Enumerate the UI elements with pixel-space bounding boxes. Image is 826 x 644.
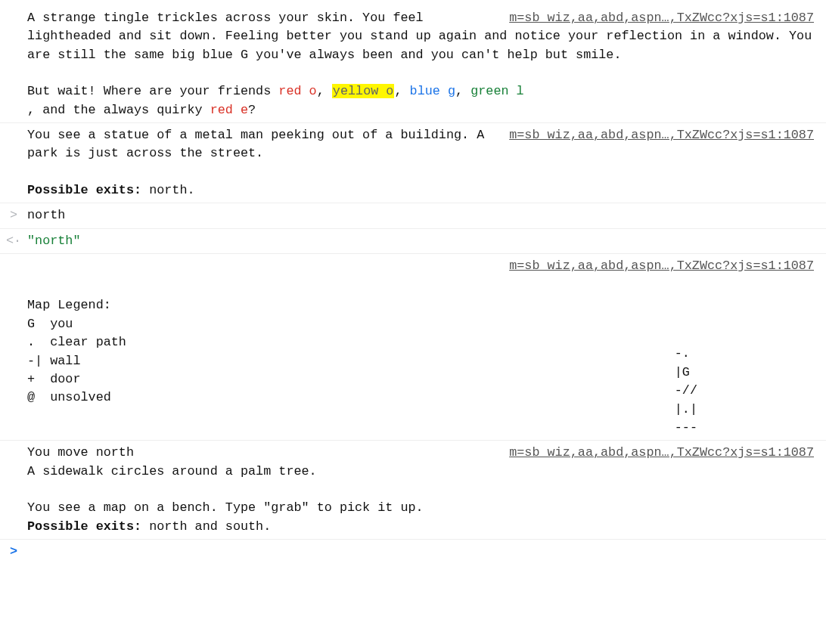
story-text: You move north bbox=[27, 445, 134, 460]
debug-link[interactable]: m=sb_wiz,aa,abd,aspn…,TxZWcc?xjs=s1:1087 bbox=[509, 126, 814, 144]
ascii-map: -. |G -// |.| --- bbox=[675, 345, 697, 437]
legend-symbol: G bbox=[27, 317, 50, 331]
legend-title: Map Legend: bbox=[27, 296, 126, 314]
legend-symbol: -| bbox=[27, 354, 50, 368]
story-text: You see a statue of a metal man bbox=[27, 128, 263, 142]
story-text: But wait! Where are your friends bbox=[27, 84, 278, 98]
story-text: A sidewalk circles around a palm tree. bbox=[27, 464, 317, 478]
prompt-icon: > bbox=[6, 543, 21, 561]
exits-label: Possible exits: bbox=[27, 519, 141, 534]
legend-row: + door bbox=[27, 370, 126, 389]
command-input-line[interactable]: > north bbox=[0, 203, 826, 228]
entered-command: north bbox=[27, 208, 65, 222]
friend-letter: green l bbox=[470, 84, 524, 98]
story-text: , and the always quirky bbox=[27, 103, 210, 117]
legend-desc: wall bbox=[50, 354, 80, 368]
map-block: m=sb_wiz,aa,abd,aspn…,TxZWcc?xjs=s1:1087… bbox=[0, 253, 826, 440]
echo-text: "north" bbox=[27, 234, 81, 248]
map-legend: Map Legend: G you. clear path-| wall+ do… bbox=[27, 296, 126, 407]
legend-desc: clear path bbox=[50, 335, 126, 349]
debug-link[interactable]: m=sb_wiz,aa,abd,aspn…,TxZWcc?xjs=s1:1087 bbox=[509, 9, 814, 27]
friend-letter: red e bbox=[210, 103, 248, 117]
echo-icon: <· bbox=[6, 232, 21, 250]
active-prompt[interactable]: > bbox=[0, 539, 826, 546]
legend-desc: unsolved bbox=[50, 390, 111, 404]
game-terminal: m=sb_wiz,aa,abd,aspn…,TxZWcc?xjs=s1:1087… bbox=[0, 0, 826, 561]
legend-desc: door bbox=[50, 372, 80, 386]
story-block-move-north: m=sb_wiz,aa,abd,aspn…,TxZWcc?xjs=s1:1087… bbox=[0, 440, 826, 539]
debug-link[interactable]: m=sb_wiz,aa,abd,aspn…,TxZWcc?xjs=s1:1087 bbox=[509, 257, 814, 275]
debug-link[interactable]: m=sb_wiz,aa,abd,aspn…,TxZWcc?xjs=s1:1087 bbox=[509, 444, 814, 462]
command-echo-line: <· "north" bbox=[0, 228, 826, 253]
legend-symbol: + bbox=[27, 372, 50, 386]
story-text: You see a map on a bench. Type "grab" to… bbox=[27, 500, 424, 515]
legend-symbol: @ bbox=[27, 390, 50, 404]
story-block-statue: m=sb_wiz,aa,abd,aspn…,TxZWcc?xjs=s1:1087… bbox=[0, 122, 826, 203]
exits-label: Possible exits: bbox=[27, 183, 141, 197]
friend-letter: yellow o bbox=[332, 84, 395, 98]
exits-value: north. bbox=[141, 183, 195, 197]
prompt-icon: > bbox=[6, 206, 21, 224]
legend-row: G you bbox=[27, 315, 126, 333]
friend-letter: red o bbox=[278, 84, 316, 98]
story-text: A strange tingle trickles across bbox=[27, 11, 271, 25]
legend-row: @ unsolved bbox=[27, 389, 126, 407]
legend-symbol: . bbox=[27, 335, 50, 349]
friend-letter: blue g bbox=[410, 84, 455, 98]
exits-value: north and south. bbox=[141, 519, 271, 534]
legend-desc: you bbox=[50, 317, 73, 331]
legend-row: -| wall bbox=[27, 352, 126, 370]
story-text: ? bbox=[248, 103, 256, 117]
legend-row: . clear path bbox=[27, 333, 126, 351]
story-block-intro: m=sb_wiz,aa,abd,aspn…,TxZWcc?xjs=s1:1087… bbox=[0, 6, 826, 122]
